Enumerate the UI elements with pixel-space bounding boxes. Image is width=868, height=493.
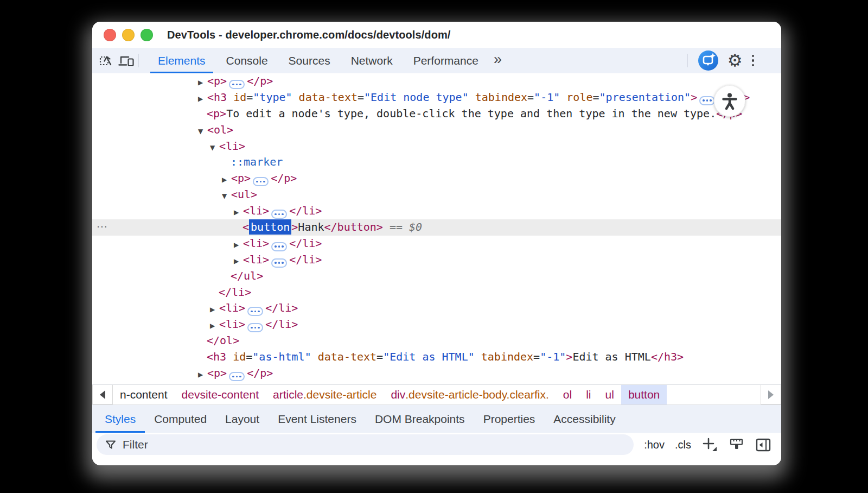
sidebar-tab-computed[interactable]: Computed: [145, 405, 216, 433]
expand-arrow-icon[interactable]: ▶: [234, 254, 243, 270]
more-menu-icon[interactable]: [752, 55, 755, 67]
element-classes-button[interactable]: .cls: [675, 439, 691, 451]
dom-token-val: "Edit node type": [364, 91, 469, 104]
expand-arrow-icon[interactable]: ▶: [234, 205, 243, 221]
dom-tree-row[interactable]: </li>: [92, 285, 781, 301]
dock-sidebar-icon[interactable]: [755, 438, 771, 452]
tab-performance[interactable]: Performance: [406, 48, 486, 73]
dom-tree-row[interactable]: ▶<li></li>: [92, 236, 781, 252]
collapse-arrow-icon[interactable]: ▼: [198, 124, 207, 140]
dom-token-tag: >: [291, 220, 298, 233]
breadcrumb-item[interactable]: div.devsite-article-body.clearfix.: [384, 385, 556, 404]
tab-console[interactable]: Console: [219, 48, 276, 73]
filter-funnel-icon: [105, 439, 117, 451]
more-actions-icon[interactable]: ⋯: [97, 219, 108, 235]
sidebar-tab-properties[interactable]: Properties: [474, 405, 545, 433]
collapsed-content-pill[interactable]: [247, 323, 263, 332]
tab-sources[interactable]: Sources: [281, 48, 338, 73]
dom-token-text: To edit a node's type, double-click the …: [226, 107, 716, 120]
sidebar-tab-event-listeners[interactable]: Event Listeners: [269, 405, 366, 433]
breadcrumb-item[interactable]: n-content: [113, 385, 175, 404]
tab-elements[interactable]: Elements: [150, 48, 213, 73]
window-controls: [104, 29, 153, 41]
collapsed-content-pill[interactable]: [229, 372, 245, 381]
dom-tree-row[interactable]: ▶<h3 id="type" data-text="Edit node type…: [92, 90, 781, 106]
dom-tree-row[interactable]: ▼<li>: [92, 138, 781, 155]
toolbar-divider: [138, 54, 139, 67]
dom-tree-row[interactable]: <p>To edit a node's type, double-click t…: [92, 106, 781, 122]
breadcrumb-segment: article: [273, 388, 303, 401]
tab-network[interactable]: Network: [343, 48, 400, 73]
expand-arrow-icon[interactable]: ▶: [198, 91, 207, 108]
sidebar-tab-dom-breakpoints[interactable]: DOM Breakpoints: [366, 405, 474, 433]
collapsed-content-pill[interactable]: [699, 96, 715, 105]
collapsed-content-pill[interactable]: [253, 177, 269, 186]
sidebar-tab-layout[interactable]: Layout: [216, 405, 269, 433]
filter-input[interactable]: Filter: [97, 434, 634, 455]
collapsed-content-pill[interactable]: [229, 80, 245, 89]
collapse-arrow-icon[interactable]: ▼: [222, 188, 231, 205]
expand-arrow-icon[interactable]: ▶: [234, 237, 243, 254]
dom-tree-row[interactable]: ▶<li></li>: [92, 252, 781, 268]
dom-tree-row[interactable]: ▶<li></li>: [92, 300, 781, 317]
collapsed-content-pill[interactable]: [271, 258, 287, 268]
new-style-rule-icon[interactable]: [701, 437, 718, 453]
breadcrumb-item[interactable]: devsite-content: [175, 385, 266, 404]
device-toolbar-icon[interactable]: [116, 48, 136, 73]
dom-token-text: =: [358, 91, 364, 104]
dom-token-text: Hank: [298, 220, 324, 233]
inspect-icon[interactable]: [97, 48, 116, 73]
dom-tree-row[interactable]: ▶<p></p>: [92, 365, 781, 382]
dom-tree-row[interactable]: ▶<li></li>: [92, 317, 781, 333]
breadcrumb-item[interactable]: li: [579, 385, 598, 404]
breadcrumb-item[interactable]: ul: [598, 385, 621, 404]
dom-tree-row[interactable]: </ol>: [92, 333, 781, 349]
more-tabs-icon[interactable]: »: [494, 52, 502, 69]
expand-arrow-icon[interactable]: ▶: [210, 318, 219, 334]
expand-arrow-icon[interactable]: ▶: [222, 172, 231, 188]
ai-assistant-icon[interactable]: [698, 50, 718, 71]
dom-tree-row[interactable]: ▶<p></p>: [92, 170, 781, 187]
settings-icon[interactable]: ⚙: [727, 52, 743, 69]
dom-token-tag: <p>: [207, 366, 227, 380]
breadcrumb-item[interactable]: ol: [556, 385, 579, 404]
breadcrumb-scroll-left-icon[interactable]: [92, 385, 113, 404]
dom-token-tag: </li>: [219, 286, 251, 299]
breadcrumb-scroll-right-icon[interactable]: [761, 385, 781, 404]
dom-tree-row[interactable]: ▼<ul>: [92, 187, 781, 203]
collapsed-content-pill[interactable]: [271, 242, 287, 251]
collapsed-content-pill[interactable]: [271, 210, 287, 219]
rendering-brush-icon[interactable]: [729, 437, 745, 453]
accessibility-cursor-icon: [714, 85, 745, 117]
dom-token-text: [226, 350, 233, 363]
sidebar-tab-strip: StylesComputedLayoutEvent ListenersDOM B…: [92, 404, 781, 433]
sidebar-tab-styles[interactable]: Styles: [95, 405, 145, 433]
collapse-arrow-icon[interactable]: ▼: [210, 140, 219, 156]
expand-arrow-icon[interactable]: ▶: [198, 367, 207, 383]
dom-tree-row[interactable]: ▶<p></p>: [92, 73, 781, 90]
toggle-element-state-button[interactable]: :hov: [644, 439, 665, 451]
dom-token-tag: </li>: [265, 301, 298, 314]
dom-token-attr: data-text: [299, 91, 358, 104]
dom-token-tag: </h3>: [651, 350, 684, 363]
dom-tree-row[interactable]: <h3 id="as-html" data-text="Edit as HTML…: [92, 349, 781, 365]
sidebar-tab-accessibility[interactable]: Accessibility: [544, 405, 624, 433]
dom-tree-row[interactable]: ▼<ol>: [92, 122, 781, 138]
collapsed-content-pill[interactable]: [247, 307, 263, 316]
dom-token-tag: >: [691, 91, 697, 104]
dom-tree-row[interactable]: ▶<li></li>: [92, 203, 781, 219]
expand-arrow-icon[interactable]: ▶: [198, 75, 207, 91]
zoom-window-button[interactable]: [141, 29, 153, 41]
breadcrumb-item[interactable]: article.devsite-article: [266, 385, 384, 404]
breadcrumb-item[interactable]: button: [621, 385, 667, 404]
dom-token-tag: <li>: [219, 318, 245, 331]
dom-tree-row[interactable]: </ul>: [92, 268, 781, 285]
dom-token-tag: </ol>: [207, 334, 239, 347]
dom-tree-row[interactable]: ⋯<button>Hank</button> == $0: [92, 219, 781, 236]
dom-tree-row[interactable]: ::marker: [92, 154, 781, 170]
dom-token-tag: <li>: [243, 253, 269, 266]
dom-token-text: Edit as HTML: [572, 350, 651, 363]
minimize-window-button[interactable]: [122, 29, 135, 41]
expand-arrow-icon[interactable]: ▶: [210, 302, 219, 318]
close-window-button[interactable]: [104, 29, 116, 41]
